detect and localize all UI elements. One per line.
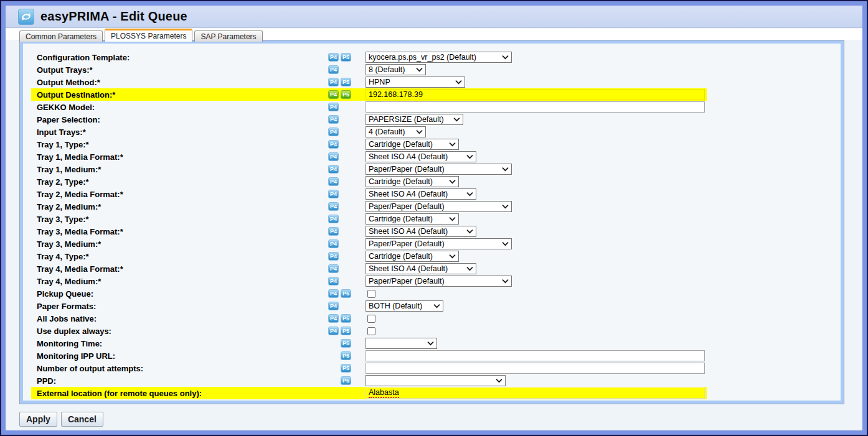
monitoring-ipp-url-input[interactable] [366,350,705,361]
chevron-down-icon [449,142,456,147]
tab-common-parameters[interactable]: Common Parameters [19,30,103,42]
tray-1-media-format-select[interactable]: Sheet ISO A4 (Default) [366,151,476,162]
pickup-queue-checkbox[interactable] [367,290,375,298]
tray-3-medium-select[interactable]: Paper/Paper (Default) [366,238,512,249]
badge-group: P4P5 [328,314,366,323]
monitoring-time-select[interactable] [366,338,437,349]
select-value: Cartridge (Default) [369,177,433,186]
form-row: Tray 1, Media Format:*P4Sheet ISO A4 (De… [31,151,707,163]
badge-group: P4 [328,264,366,273]
select-value: Sheet ISO A4 (Default) [369,190,448,198]
cancel-button[interactable]: Cancel [61,412,103,427]
tray-3-media-format-select[interactable]: Sheet ISO A4 (Default) [366,226,476,237]
form-rows: Configuration Template:P4P5kyocera.ps.ps… [23,44,841,401]
select-value: Paper/Paper (Default) [369,239,445,248]
tray-2-media-format-select[interactable]: Sheet ISO A4 (Default) [366,188,476,200]
tray-1-type-select[interactable]: Cartridge (Default) [366,139,459,150]
p4-badge: P4 [328,78,339,86]
badge-slot-empty [328,376,339,385]
p4-badge: P4 [328,65,339,74]
tab-plossys-parameters[interactable]: PLOSSYS Parameters [105,29,192,42]
form-row: Tray 2, Media Format:*P4Sheet ISO A4 (De… [31,188,707,200]
p5-badge: P5 [341,78,351,86]
badge-group: P4 [328,252,366,261]
chevron-down-icon [502,205,509,209]
p4-badge: P4 [328,227,339,236]
select-value: 8 (Default) [369,65,405,74]
external-location-label: External location (for remote queues onl… [31,389,328,398]
output-trays-select[interactable]: 8 (Default) [366,64,426,75]
input-value: 192.168.178.39 [369,90,423,99]
form-row: Tray 3, Medium:*P4Paper/Paper (Default) [31,238,707,250]
badge-group: P4 [328,215,366,223]
tray-1-type-label: Tray 1, Type:* [31,140,328,149]
monitoring-time-label: Monitoring Time: [31,339,328,348]
all-jobs-native-checkbox[interactable] [367,315,375,323]
p4-badge: P4 [328,177,339,186]
form-row: Tray 4, Medium:*P4Paper/Paper (Default) [31,275,707,287]
badge-group: P4 [328,152,366,161]
chevron-down-icon [502,55,509,60]
tray-1-medium-select[interactable]: Paper/Paper (Default) [366,164,512,175]
form-row: Tray 1, Type:*P4Cartridge (Default) [31,138,707,151]
badge-slot-empty [341,128,351,136]
badge-slot-empty [341,277,351,285]
use-duplex-always-checkbox[interactable] [367,327,375,335]
form-row: Output Trays:*P48 (Default) [31,63,707,76]
p4-badge: P4 [328,215,339,223]
tray-2-type-select[interactable]: Cartridge (Default) [366,176,459,187]
paper-formats-select[interactable]: BOTH (Default) [366,300,443,312]
chevron-down-icon [449,217,456,221]
output-destination-input[interactable]: 192.168.178.39 [366,89,705,100]
form-row: Tray 4, Type:*P4Cartridge (Default) [31,250,707,262]
ppd-select[interactable] [366,375,506,386]
tray-4-medium-select[interactable]: Paper/Paper (Default) [366,276,512,287]
badge-slot-empty [341,302,351,310]
badge-group: P4 [328,177,366,186]
gekko-model-label: GEKKO Model: [31,103,328,112]
form-row: Input Trays:*P44 (Default) [31,126,707,138]
badge-group: P4P5 [328,53,366,62]
badge-slot-empty [341,177,351,186]
badge-group: P5 [328,339,366,348]
tray-4-type-select[interactable]: Cartridge (Default) [366,251,459,262]
tray-3-type-select[interactable]: Cartridge (Default) [366,213,459,225]
paper-selection-select[interactable]: PAPERSIZE (Default) [366,114,463,125]
form-row: Tray 3, Media Format:*P4Sheet ISO A4 (De… [31,225,707,238]
gekko-model-input[interactable] [366,101,705,113]
badge-slot-empty [341,252,351,261]
number-of-output-attempts-input[interactable] [366,363,705,374]
form-row: Tray 1, Medium:*P4Paper/Paper (Default) [31,163,707,175]
chevron-down-icon [466,230,473,234]
p4-badge: P4 [328,128,339,136]
badge-slot-empty [328,351,339,360]
tray-2-medium-select[interactable]: Paper/Paper (Default) [366,201,512,212]
chevron-down-icon [453,118,460,122]
tray-4-media-format-select[interactable]: Sheet ISO A4 (Default) [366,263,476,274]
input-trays-select[interactable]: 4 (Default) [366,126,426,137]
p4-badge: P4 [328,239,339,248]
p5-badge: P5 [341,53,351,62]
tray-4-media-format-label: Tray 4, Media Format:* [31,264,328,274]
button-row: Apply Cancel [19,412,103,427]
tab-sap-parameters[interactable]: SAP Parameters [194,30,262,42]
p4-badge: P4 [328,165,339,174]
form-row: Monitoring Time:P5 [31,337,707,350]
badge-group: P4 [328,103,366,111]
form-row: Tray 3, Type:*P4Cartridge (Default) [31,213,707,225]
page-content: easyPRIMA - Edit Queue Common Parameters… [6,6,862,430]
chevron-down-icon [502,279,509,284]
p5-badge: P5 [341,364,351,373]
input-trays-label: Input Trays:* [31,128,328,137]
title-bar: easyPRIMA - Edit Queue [6,6,862,28]
easyprima-logo-icon [18,9,34,25]
select-value: Cartridge (Default) [369,252,433,261]
external-location-input[interactable]: Alabasta [366,387,705,399]
window-frame: easyPRIMA - Edit Queue Common Parameters… [0,0,868,436]
chevron-down-icon [449,254,456,259]
chevron-down-icon [496,379,502,383]
output-method-select[interactable]: HPNP [366,77,465,88]
badge-slot-empty [341,103,351,111]
apply-button[interactable]: Apply [19,412,57,427]
configuration-template-select[interactable]: kyocera.ps.ps_vr_ps2 (Default) [366,52,512,63]
